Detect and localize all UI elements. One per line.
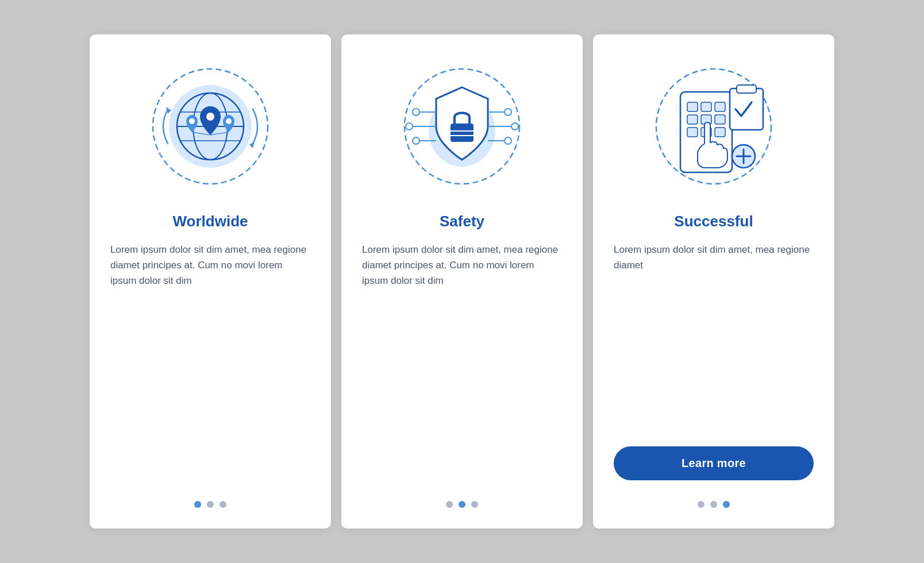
svg-rect-16 (451, 124, 473, 142)
safety-icon (399, 63, 525, 190)
svg-point-22 (406, 123, 413, 130)
svg-rect-38 (715, 115, 725, 124)
dot-1 (194, 501, 201, 508)
successful-icon-area (645, 57, 783, 195)
svg-rect-34 (701, 102, 711, 111)
learn-more-button[interactable]: Learn more (614, 446, 814, 480)
svg-rect-43 (737, 85, 756, 93)
svg-rect-41 (715, 128, 725, 137)
svg-marker-8 (249, 141, 255, 148)
card-safety: Safety Lorem ipsum dolor sit dim amet, m… (341, 34, 583, 529)
successful-dots (698, 501, 730, 508)
dot-1 (698, 501, 704, 508)
dot-3 (220, 501, 226, 508)
svg-point-24 (413, 137, 419, 144)
worldwide-icon (147, 63, 274, 190)
svg-point-26 (505, 109, 511, 115)
worldwide-title: Worldwide (173, 213, 248, 230)
svg-point-11 (226, 118, 232, 124)
worldwide-text: Lorem ipsum dolor sit dim amet, mea regi… (110, 242, 310, 289)
successful-icon (650, 63, 777, 190)
dot-3 (723, 501, 730, 508)
svg-point-30 (505, 137, 511, 144)
svg-rect-35 (715, 102, 725, 111)
svg-rect-36 (687, 115, 698, 124)
safety-title: Safety (440, 213, 484, 230)
card-worldwide: Worldwide Lorem ipsum dolor sit dim amet… (90, 34, 331, 529)
successful-title: Successful (674, 213, 753, 230)
cards-container: Worldwide Lorem ipsum dolor sit dim amet… (90, 34, 834, 529)
card-successful: Successful Lorem ipsum dolor sit dim ame… (593, 34, 834, 529)
worldwide-icon-area (141, 57, 279, 195)
svg-point-28 (511, 123, 518, 130)
svg-rect-39 (687, 128, 698, 137)
svg-point-10 (189, 118, 195, 124)
dot-3 (471, 501, 478, 508)
successful-text: Lorem ipsum dolor sit dim amet, mea regi… (614, 242, 814, 273)
safety-text: Lorem ipsum dolor sit dim amet, mea regi… (362, 242, 562, 289)
worldwide-dots (194, 501, 226, 508)
svg-rect-33 (687, 102, 698, 111)
dot-2 (710, 501, 717, 508)
svg-point-20 (413, 109, 419, 115)
safety-icon-area (393, 57, 531, 195)
dot-2 (207, 501, 214, 508)
svg-point-9 (206, 113, 214, 121)
dot-2 (459, 501, 465, 508)
dot-1 (446, 501, 453, 508)
safety-dots (446, 501, 478, 508)
